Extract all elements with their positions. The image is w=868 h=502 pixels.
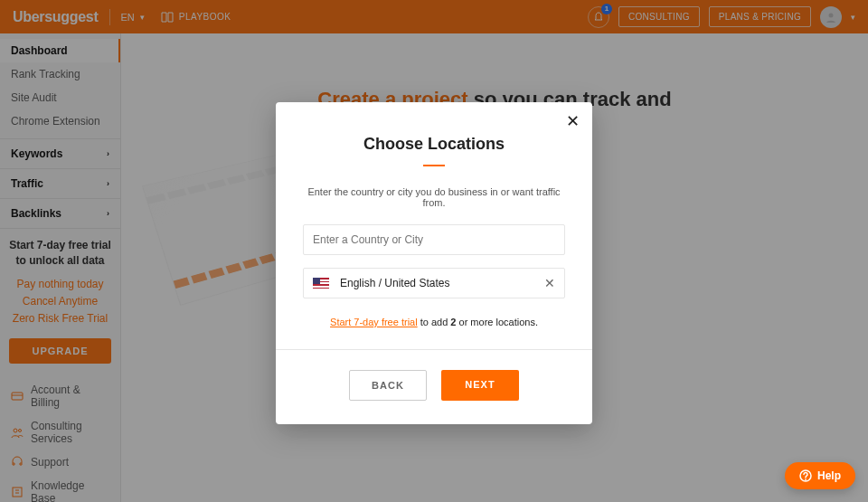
start-trial-link[interactable]: Start 7-day free trial bbox=[330, 317, 418, 327]
close-icon: ✕ bbox=[566, 112, 580, 130]
location-input[interactable] bbox=[303, 224, 565, 255]
help-icon bbox=[799, 469, 812, 482]
modal-overlay[interactable]: ✕ Choose Locations Enter the country or … bbox=[0, 0, 868, 502]
next-button[interactable]: NEXT bbox=[441, 370, 519, 401]
trial-text-mid: to add bbox=[418, 317, 451, 327]
choose-locations-modal: ✕ Choose Locations Enter the country or … bbox=[276, 102, 592, 424]
selected-location-chip: English / United States ✕ bbox=[303, 268, 565, 298]
remove-location-button[interactable]: ✕ bbox=[544, 276, 555, 290]
modal-subtitle: Enter the country or city you do busines… bbox=[303, 186, 565, 208]
divider bbox=[423, 165, 445, 166]
close-icon: ✕ bbox=[544, 276, 555, 290]
help-button[interactable]: Help bbox=[785, 462, 855, 489]
help-label: Help bbox=[817, 469, 841, 482]
close-button[interactable]: ✕ bbox=[566, 113, 580, 129]
modal-footer: BACK NEXT bbox=[276, 349, 592, 424]
trial-upsell: Start 7-day free trial to add 2 or more … bbox=[303, 317, 565, 327]
selected-location-label: English / United States bbox=[340, 277, 449, 289]
trial-text-end: or more locations. bbox=[456, 317, 537, 327]
modal-title: Choose Locations bbox=[303, 135, 565, 154]
back-button[interactable]: BACK bbox=[349, 370, 427, 401]
flag-us-icon bbox=[313, 278, 329, 289]
